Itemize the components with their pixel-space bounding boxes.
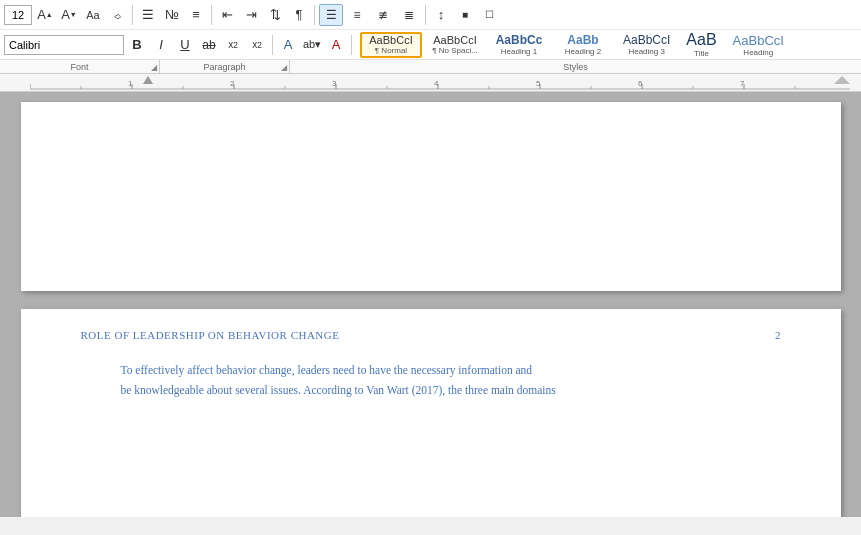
- page-body[interactable]: To effectively affect behavior change, l…: [21, 351, 841, 420]
- decrease-indent-button[interactable]: ⇤: [216, 5, 238, 25]
- svg-text:4: 4: [434, 79, 439, 88]
- paragraph-expand-icon[interactable]: ◢: [281, 63, 287, 72]
- subscript-button[interactable]: x2: [222, 35, 244, 55]
- style-heading3[interactable]: AaBbCcI Heading 3: [616, 32, 677, 58]
- svg-text:2: 2: [230, 79, 235, 88]
- svg-text:3: 3: [332, 79, 337, 88]
- right-ruler-marker: [834, 76, 850, 90]
- clear-formatting-button[interactable]: ⪦: [106, 5, 128, 25]
- font-color-button[interactable]: A: [325, 35, 347, 55]
- align-right-button[interactable]: ≢: [371, 4, 395, 26]
- page-header: ROLE OF LEADERSHIP ON BEHAVIOR CHANGE 2: [21, 309, 841, 351]
- text-highlight-button[interactable]: ab▾: [301, 35, 323, 55]
- line-spacing-button[interactable]: ↕: [430, 5, 452, 25]
- separator1: [132, 5, 133, 25]
- bullets-button[interactable]: ☰: [137, 5, 159, 25]
- paragraph-section-label: Paragraph: [203, 62, 245, 72]
- svg-marker-25: [834, 76, 850, 84]
- page-number: 2: [775, 329, 781, 341]
- shrink-font-button[interactable]: A▼: [58, 5, 80, 25]
- style-heading1[interactable]: AaBbCc Heading 1: [488, 32, 550, 58]
- separator3: [314, 5, 315, 25]
- ribbon: 12 A▲ A▼ Aa ⪦ ☰ № ≡ ⇤ ⇥ ⇅ ¶ ☰ ≡ ≢ ≣ ↕ ■ …: [0, 0, 861, 74]
- style-title[interactable]: AaB Title: [679, 32, 723, 58]
- font-size-input[interactable]: 12: [4, 5, 32, 25]
- font-name-input[interactable]: Calibri: [4, 35, 124, 55]
- strikethrough-button[interactable]: ab: [198, 35, 220, 55]
- sort-button[interactable]: ⇅: [264, 5, 286, 25]
- justify-button[interactable]: ≣: [397, 4, 421, 26]
- align-left-button[interactable]: ☰: [319, 4, 343, 26]
- bold-button[interactable]: B: [126, 35, 148, 55]
- svg-text:6: 6: [638, 79, 643, 88]
- svg-text:7: 7: [740, 79, 745, 88]
- svg-text:5: 5: [536, 79, 541, 88]
- separator6: [351, 35, 352, 55]
- style-normal[interactable]: AaBbCcI ¶ Normal: [360, 32, 422, 58]
- show-hide-button[interactable]: ¶: [288, 5, 310, 25]
- grow-font-button[interactable]: A▲: [34, 5, 56, 25]
- separator4: [425, 5, 426, 25]
- text-effects-button[interactable]: A: [277, 35, 299, 55]
- change-case-button[interactable]: Aa: [82, 5, 104, 25]
- page-2: ROLE OF LEADERSHIP ON BEHAVIOR CHANGE 2 …: [21, 309, 841, 517]
- page-1: [21, 102, 841, 291]
- page-title: ROLE OF LEADERSHIP ON BEHAVIOR CHANGE: [81, 329, 340, 341]
- ruler: 1 2 3 4 5 6 7: [0, 74, 861, 92]
- style-heading2[interactable]: AaBb Heading 2: [552, 32, 614, 58]
- separator5: [272, 35, 273, 55]
- superscript-button[interactable]: x2: [246, 35, 268, 55]
- shading-button[interactable]: ■: [454, 5, 476, 25]
- svg-marker-0: [143, 76, 153, 84]
- font-section-label: Font: [70, 62, 88, 72]
- style-no-spacing[interactable]: AaBbCcI ¶ No Spaci...: [424, 32, 486, 58]
- svg-text:1: 1: [128, 79, 133, 88]
- ruler-svg: 1 2 3 4 5 6 7: [30, 76, 850, 90]
- style-subtitle[interactable]: AaBbCcI Heading: [726, 32, 791, 58]
- styles-section-label: Styles: [563, 62, 588, 72]
- multilevel-list-button[interactable]: ≡: [185, 5, 207, 25]
- italic-button[interactable]: I: [150, 35, 172, 55]
- font-expand-icon[interactable]: ◢: [151, 63, 157, 72]
- increase-indent-button[interactable]: ⇥: [240, 5, 262, 25]
- body-paragraph: To effectively affect behavior change, l…: [121, 361, 781, 400]
- borders-button[interactable]: ☐: [478, 5, 500, 25]
- numbering-button[interactable]: №: [161, 5, 183, 25]
- main-area: ROLE OF LEADERSHIP ON BEHAVIOR CHANGE 2 …: [0, 92, 861, 517]
- underline-button[interactable]: U: [174, 35, 196, 55]
- align-center-button[interactable]: ≡: [345, 4, 369, 26]
- separator2: [211, 5, 212, 25]
